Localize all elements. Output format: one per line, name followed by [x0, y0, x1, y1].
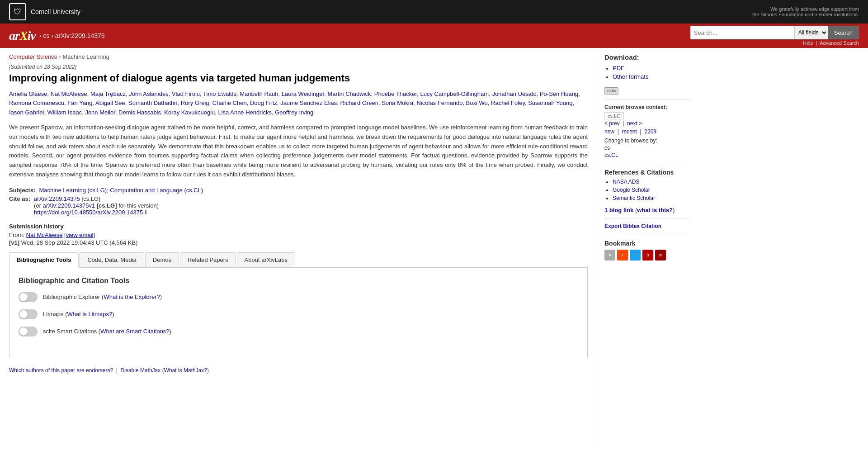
view-email-link[interactable]: view email [66, 232, 94, 238]
semantic-scholar-item: Semantic Scholar [613, 195, 689, 201]
author-link[interactable]: Amelia Glaese [9, 90, 47, 97]
google-scholar-link[interactable]: Google Scholar [613, 187, 650, 193]
toggle-explorer[interactable] [19, 292, 38, 302]
author-link[interactable]: Doug Fritz [250, 99, 277, 106]
tool-row-smart-citations: scite Smart Citations (What are Smart Ci… [19, 327, 578, 336]
breadcrumb-id-link[interactable]: arXiv:2209.14375 [55, 32, 105, 39]
author-link[interactable]: Laura Weidinger [282, 90, 324, 97]
author-link[interactable]: Richard Green [340, 99, 378, 106]
bookmark-icon-1[interactable]: ✕ [604, 250, 615, 261]
nasa-ads-item: NASA ADS [613, 179, 689, 185]
author-link[interactable]: Maribeth Rauh [240, 90, 278, 97]
year-link[interactable]: 2209 [644, 128, 656, 135]
cs-browse-link[interactable]: cs [604, 145, 610, 151]
author-link[interactable]: Po-Sen Huang [540, 90, 578, 97]
what-is-this-link[interactable]: what is this? [637, 207, 673, 213]
author-link[interactable]: Susannah Young [528, 99, 572, 106]
search-button[interactable]: Search [828, 26, 859, 39]
author-link[interactable]: Fan Yang [67, 99, 92, 106]
bookmark-section: Bookmark ✕ r t b m [604, 240, 689, 261]
author-link[interactable]: Jonathan Uesato [492, 90, 536, 97]
what-is-mathjax-link[interactable]: What is MathJax? [164, 367, 207, 374]
paper-title: Improving alignment of dialogue agents v… [9, 72, 588, 85]
next-link[interactable]: next > [627, 120, 642, 127]
author-link[interactable]: Sumanth Dathathri [128, 99, 177, 106]
author-link[interactable]: Timo Ewalds [203, 90, 236, 97]
breadcrumb-cs-link[interactable]: cs [43, 32, 49, 39]
disable-mathjax-link[interactable]: Disable MathJax [121, 367, 161, 374]
blog-link-section: 1 blog link (what is this?) [604, 207, 689, 213]
tab-about[interactable]: About arXivLabs [237, 252, 295, 267]
arxiv-v1-link[interactable]: arXiv:2209.14375v1 [42, 202, 95, 209]
toggle-litmaps[interactable] [19, 309, 38, 319]
search-input[interactable] [690, 26, 794, 39]
author-link[interactable]: Martin Chadwick [327, 90, 371, 97]
submission-history: Submission history From: Nat McAleese [v… [9, 223, 588, 246]
author-link[interactable]: Rory Greig [181, 99, 209, 106]
author-link[interactable]: Koray Kavukcuoglu [164, 109, 215, 116]
tab-demos[interactable]: Demos [145, 252, 179, 267]
tool-label-litmaps: Litmaps (What is Litmaps?) [43, 311, 114, 317]
subject-cs-lg-link[interactable]: Machine Learning (cs.LG) [39, 187, 107, 194]
advanced-search-link[interactable]: Advanced Search [820, 40, 859, 46]
author-link[interactable]: Iason Gabriel [9, 109, 44, 116]
pdf-link[interactable]: PDF [613, 65, 624, 71]
author-link[interactable]: Soňa Mokrá [382, 99, 413, 106]
author-link[interactable]: Lisa Anne Hendricks [218, 109, 272, 116]
cornell-bar: 🛡 Cornell University We gratefully ackno… [0, 0, 868, 24]
help-link[interactable]: Help [803, 40, 813, 46]
breadcrumb-computer-science[interactable]: Computer Science [9, 53, 57, 60]
litmaps-what-link[interactable]: What is Litmaps? [67, 311, 112, 317]
tab-bibliographic[interactable]: Bibliographic Tools [9, 252, 79, 268]
bookmark-icon-3[interactable]: t [630, 250, 641, 261]
author-link[interactable]: Geoffrey Irving [275, 109, 313, 116]
tab-related[interactable]: Related Papers [180, 252, 236, 267]
author-link[interactable]: Vlad Firoiu [172, 90, 200, 97]
cite-as-value: arXiv:2209.14375 [cs.LG] (or arXiv:2209.… [34, 195, 159, 216]
smart-citations-what-link[interactable]: What are Smart Citations? [100, 328, 169, 335]
bookmark-icon-2[interactable]: r [617, 250, 628, 261]
cornell-shield-icon: 🛡 [9, 3, 26, 20]
author-link[interactable]: Nicolas Fernando [416, 99, 462, 106]
nasa-ads-link[interactable]: NASA ADS [613, 179, 639, 185]
new-link[interactable]: new [604, 128, 614, 135]
search-field-select[interactable]: All fields [794, 26, 828, 39]
recent-link[interactable]: recent [622, 128, 637, 135]
author-link[interactable]: Nat McAleese [51, 90, 87, 97]
export-bibtex-link[interactable]: Export Bibtex Citation [604, 223, 661, 229]
endorsers-link[interactable]: Which authors of this paper are endorser… [9, 367, 113, 374]
author-name-link[interactable]: Nat McAleese [26, 232, 63, 238]
sidebar-download: Download: PDF Other formats cc by [604, 53, 689, 95]
author-link[interactable]: Demis Hassabis [118, 109, 161, 116]
author-link[interactable]: Charlie Chen [212, 99, 247, 106]
arxiv-id-link[interactable]: arXiv:2209.14375 [34, 195, 80, 202]
author-link[interactable]: Abigail See [95, 99, 125, 106]
author-link[interactable]: Maja Trębacz [90, 90, 126, 97]
explorer-what-link[interactable]: What is the Explorer? [104, 294, 160, 300]
tab-code[interactable]: Code, Data, Media [80, 252, 144, 267]
author-link[interactable]: Phoebe Thacker [374, 90, 417, 97]
tabs-container: Bibliographic Tools Code, Data, Media De… [9, 252, 588, 268]
author-link[interactable]: Ramona Comanescu [9, 99, 64, 106]
other-formats-link[interactable]: Other formats [613, 73, 648, 80]
doi-link[interactable]: https://doi.org/10.48550/arXiv.2209.1437… [34, 209, 143, 216]
cs-cl-browse-link[interactable]: cs.CL [604, 152, 618, 158]
author-link[interactable]: William Isaac [47, 109, 82, 116]
bookmark-icon-4[interactable]: b [642, 250, 653, 261]
breadcrumb: Computer Science › Machine Learning [9, 53, 588, 60]
toggle-smart-citations[interactable] [19, 327, 38, 336]
prev-link[interactable]: < prev [604, 120, 620, 127]
author-link[interactable]: Lucy Campbell-Gillingham [420, 90, 489, 97]
subject-cs-cl-link[interactable]: Computation and Language (cs.CL) [110, 187, 203, 194]
blog-link-anchor[interactable]: 1 blog link [604, 207, 633, 213]
author-link[interactable]: Boxi Wu [466, 99, 488, 106]
author-link[interactable]: John Aslanides [129, 90, 168, 97]
semantic-scholar-link[interactable]: Semantic Scholar [613, 195, 655, 201]
separator [604, 218, 689, 218]
author-link[interactable]: John Mellor [85, 109, 115, 116]
search-area: All fields Search Help | Advanced Search [690, 26, 859, 46]
v1-suffix: for this version) [118, 202, 159, 209]
author-link[interactable]: Jaume Sanchez Elias [280, 99, 337, 106]
author-link[interactable]: Rachel Foley [491, 99, 525, 106]
bookmark-icon-5[interactable]: m [655, 250, 666, 261]
